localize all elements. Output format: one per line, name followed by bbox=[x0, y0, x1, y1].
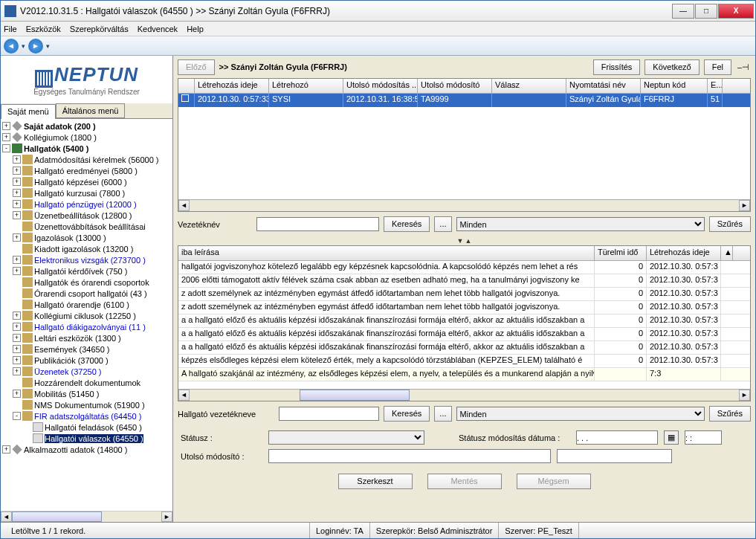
tree-item[interactable]: Hallgatói válaszok (64550 ) bbox=[2, 433, 171, 444]
scroll-left-icon[interactable]: ◄ bbox=[1, 511, 12, 522]
tree-item[interactable]: +Saját adatok (200 ) bbox=[2, 120, 171, 132]
detail-row[interactable]: a a hallgató előző és aktuális képzési i… bbox=[178, 314, 750, 328]
scroll-up-icon[interactable]: ▲ bbox=[721, 246, 733, 260]
tree-item[interactable]: +Mobilitás (51450 ) bbox=[2, 388, 171, 399]
tree-expand-icon[interactable]: + bbox=[13, 233, 21, 242]
tree-expand-icon[interactable]: + bbox=[13, 167, 21, 175]
menu-file[interactable]: File bbox=[4, 25, 17, 33]
detail-row[interactable]: z adott személynek az intézményben egymá… bbox=[178, 301, 750, 314]
detail-row[interactable]: A hallgató szakjánál az intézmény, az el… bbox=[178, 368, 750, 381]
grid-row[interactable]: 2012.10.30. 0:57:33SYSI2012.10.31. 16:38… bbox=[178, 94, 750, 107]
tree-item[interactable]: +Kollégiumi ciklusok (12250 ) bbox=[2, 310, 171, 321]
tree-item[interactable]: +Hallgató képzései (6000 ) bbox=[2, 176, 171, 187]
titlebar[interactable]: V2012.10.31.5 : Hallgatói válaszok (6455… bbox=[1, 1, 755, 22]
tree-item[interactable]: +Hallgató eredményei (5800 ) bbox=[2, 165, 171, 176]
column-header[interactable]: Utolsó módosítás ... bbox=[343, 79, 418, 93]
tree-item[interactable]: -Hallgatók (5400 ) bbox=[2, 143, 171, 154]
search2-combo[interactable]: Minden bbox=[456, 407, 705, 421]
tree-expand-icon[interactable]: + bbox=[13, 189, 21, 197]
tree-item[interactable]: +Üzenetbeállítások (12800 ) bbox=[2, 210, 171, 221]
detail-scroll-thumb[interactable] bbox=[300, 390, 410, 401]
tree-item[interactable]: +Adatmódosítási kérelmek (56000 ) bbox=[2, 154, 171, 165]
tree-expand-icon[interactable]: + bbox=[13, 356, 21, 364]
column-header[interactable]: Utolsó módosító bbox=[418, 79, 492, 93]
search1-input[interactable] bbox=[256, 217, 379, 231]
nav-back-button[interactable]: ◄ bbox=[4, 39, 19, 54]
column-header[interactable]: E... bbox=[708, 79, 723, 93]
tree-item[interactable]: Kiadott igazolások (13200 ) bbox=[2, 243, 171, 254]
save-button[interactable]: Mentés bbox=[427, 474, 502, 489]
refresh-button[interactable]: Frissítés bbox=[593, 59, 641, 75]
detail-row[interactable]: képzés elsődleges képzési elem kötelező … bbox=[178, 355, 750, 368]
tree-item[interactable]: +Publikációk (37000 ) bbox=[2, 355, 171, 366]
cancel-button[interactable]: Mégsem bbox=[517, 474, 591, 489]
detail-row[interactable]: 2006 előtti támogatott aktív félévek szá… bbox=[178, 274, 750, 288]
tree-expand-icon[interactable]: + bbox=[13, 367, 21, 375]
tree-expand-icon[interactable]: - bbox=[2, 144, 10, 152]
scroll-right-icon[interactable]: ► bbox=[161, 511, 172, 522]
detail-scroll-left-icon[interactable]: ◄ bbox=[178, 390, 190, 401]
tree-item[interactable]: +Kollégiumok (1800 ) bbox=[2, 132, 171, 143]
tree-expand-icon[interactable]: + bbox=[13, 200, 21, 208]
minimize-button[interactable]: — bbox=[672, 4, 694, 19]
detail-scroll-right-icon[interactable]: ► bbox=[739, 390, 750, 401]
tree-expand-icon[interactable]: + bbox=[13, 256, 21, 264]
top-grid[interactable]: Létrehozás idejeLétrehozóUtolsó módosítá… bbox=[178, 78, 751, 212]
grid-scroll-right-icon[interactable]: ► bbox=[739, 200, 750, 211]
detail-row[interactable]: z adott személynek az intézményben egymá… bbox=[178, 288, 750, 301]
tree-item[interactable]: +Események (34650 ) bbox=[2, 343, 171, 355]
nav-tree[interactable]: +Saját adatok (200 )+Kollégiumok (1800 )… bbox=[1, 119, 172, 511]
next-button[interactable]: Következő bbox=[644, 59, 699, 75]
close-button[interactable]: X bbox=[718, 4, 754, 19]
scroll-thumb[interactable] bbox=[12, 511, 102, 522]
tree-item[interactable]: Órarendi csoport hallgatói (43 ) bbox=[2, 288, 171, 299]
tree-expand-icon[interactable]: + bbox=[2, 445, 10, 454]
detail-row[interactable]: a a hallgató előző és aktuális képzési i… bbox=[178, 341, 750, 355]
search2-input[interactable] bbox=[279, 407, 379, 421]
column-header[interactable]: Türelmi idő bbox=[595, 246, 647, 260]
lastmod-input[interactable] bbox=[268, 449, 551, 463]
tree-expand-icon[interactable]: + bbox=[2, 133, 10, 141]
detail-row[interactable]: a a hallgató előző és aktuális képzési i… bbox=[178, 328, 750, 341]
tree-item[interactable]: +Leltári eszközök (1300 ) bbox=[2, 332, 171, 343]
menu-help[interactable]: Help bbox=[187, 25, 204, 33]
tree-expand-icon[interactable]: + bbox=[13, 267, 21, 275]
detail-row[interactable]: hallgatói jogviszonyhoz kötelező legaláb… bbox=[178, 261, 750, 274]
calendar-icon[interactable]: ▦ bbox=[664, 430, 679, 445]
tree-expand-icon[interactable]: + bbox=[13, 334, 21, 342]
column-header[interactable]: Neptun kód bbox=[641, 79, 708, 93]
tree-item[interactable]: Üzenettovábbítások beállításai bbox=[2, 221, 171, 232]
tab-general-menu[interactable]: Általános menü bbox=[56, 103, 126, 118]
menu-roleswitch[interactable]: Szerepkörváltás bbox=[70, 25, 129, 33]
maximize-button[interactable]: □ bbox=[695, 4, 717, 19]
nav-back-dropdown-icon[interactable]: ▾ bbox=[22, 42, 25, 50]
up-button[interactable]: Fel bbox=[704, 59, 731, 75]
search1-combo[interactable]: Minden bbox=[456, 217, 705, 231]
menu-tools[interactable]: Eszközök bbox=[26, 25, 61, 33]
search1-button[interactable]: Keresés bbox=[384, 216, 430, 232]
search1-dots-button[interactable]: ... bbox=[434, 216, 451, 232]
column-header[interactable]: Létrehozó bbox=[269, 79, 343, 93]
tree-expand-icon[interactable]: + bbox=[13, 178, 21, 186]
grid-scroll-left-icon[interactable]: ◄ bbox=[178, 200, 190, 211]
tree-expand-icon[interactable]: + bbox=[13, 312, 21, 320]
tree-expand-icon[interactable]: - bbox=[13, 412, 21, 420]
tree-item[interactable]: Hallgató órarendje (6100 ) bbox=[2, 299, 171, 310]
tree-expand-icon[interactable]: + bbox=[13, 345, 21, 353]
column-header[interactable]: Létrehozás ideje bbox=[647, 246, 721, 260]
tree-expand-icon[interactable]: + bbox=[2, 122, 10, 130]
column-header[interactable]: Nyomtatási név bbox=[566, 79, 641, 93]
tab-own-menu[interactable]: Saját menü bbox=[1, 104, 56, 119]
edit-button[interactable]: Szerkeszt bbox=[338, 474, 413, 489]
tree-item[interactable]: +Hallgató diákigazolványai (11 ) bbox=[2, 321, 171, 332]
column-header[interactable]: iba leírása bbox=[178, 246, 595, 260]
tree-expand-icon[interactable]: + bbox=[13, 323, 21, 331]
tree-item[interactable]: Hallgatói feladások (6450 ) bbox=[2, 422, 171, 433]
search2-filter-button[interactable]: Szűrés bbox=[709, 406, 751, 422]
status-time-input[interactable] bbox=[685, 430, 722, 445]
tree-item[interactable]: +Hallgatói kérdőívek (750 ) bbox=[2, 265, 171, 277]
search2-button[interactable]: Keresés bbox=[384, 406, 430, 422]
sidebar-hscroll[interactable]: ◄ ► bbox=[1, 511, 172, 522]
tree-item[interactable]: -FIR adatszolgáltatás (64450 ) bbox=[2, 410, 171, 422]
lastmod-input-2[interactable] bbox=[557, 449, 672, 463]
